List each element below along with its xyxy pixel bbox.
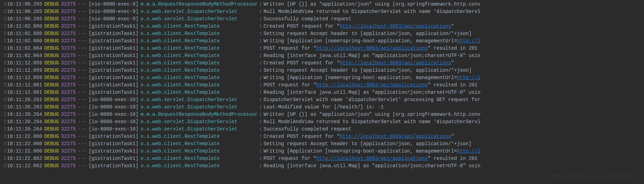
url-link[interactable]: http://l: [457, 75, 480, 80]
process-id: 32275: [61, 162, 78, 170]
separator: ---: [78, 155, 89, 162]
log-message: Successfully completed request: [263, 126, 351, 133]
log-line[interactable]: 3 16:11:00.265DEBUG32275---[nio-8080-exe…: [0, 15, 644, 23]
colon-separator: :: [258, 126, 263, 133]
log-line[interactable]: 3 16:11:12.061DEBUG32275---[gistrationTa…: [0, 89, 644, 96]
log-line[interactable]: 3 16:11:02.060DEBUG32275---[gistrationTa…: [0, 30, 644, 37]
log-line[interactable]: 3 16:11:02.064DEBUG32275---[gistrationTa…: [0, 45, 644, 52]
colon-separator: :: [258, 96, 263, 104]
process-id: 32275: [61, 52, 78, 59]
log-message: Successfully completed request: [263, 15, 351, 23]
gutter-marker: 3: [1, 111, 7, 118]
thread-name: [gistrationTask1]: [89, 89, 141, 96]
colon-separator: :: [258, 133, 263, 140]
url-link[interactable]: http://localhost:8083/api/applications: [316, 45, 428, 51]
separator: ---: [78, 45, 89, 52]
log-level: DEBUG: [44, 133, 61, 140]
log-line[interactable]: 3 16:11:20.262DEBUG32275---[io-8080-exec…: [0, 104, 644, 111]
log-line[interactable]: 3 16:11:02.060DEBUG32275---[gistrationTa…: [0, 23, 644, 30]
log-level: DEBUG: [44, 59, 61, 67]
thread-name: [gistrationTask1]: [89, 52, 141, 59]
log-line[interactable]: 3 16:11:22.062DEBUG32275---[gistrationTa…: [0, 155, 644, 162]
log-line[interactable]: 3 16:11:12.059DEBUG32275---[gistrationTa…: [0, 59, 644, 67]
logger-name: o.s.web.client.RestTemplate: [141, 89, 220, 96]
log-output[interactable]: 3 16:11:00.265DEBUG32275---[nio-8080-exe…: [0, 1, 644, 170]
process-id: 32275: [61, 155, 78, 162]
separator: ---: [78, 30, 89, 37]
log-line[interactable]: 3 16:11:20.264DEBUG32275---[io-8080-exec…: [0, 111, 644, 118]
url-link[interactable]: http://localhost:8083/api/applications: [340, 23, 451, 29]
colon-separator: :: [258, 111, 263, 118]
thread-name: [gistrationTask1]: [89, 82, 141, 89]
colon-separator: :: [258, 1, 263, 8]
padding: [220, 23, 258, 30]
timestamp: 16:11:20.261: [7, 96, 44, 104]
logger-name: o.s.web.client.RestTemplate: [141, 74, 220, 82]
padding: [237, 8, 258, 15]
separator: ---: [78, 162, 89, 170]
url-link[interactable]: http://localhost:8083/api/applications: [316, 82, 428, 88]
log-line[interactable]: 3 16:11:02.060DEBUG32275---[gistrationTa…: [0, 37, 644, 45]
url-link[interactable]: http://localhost:8083/api/applications: [340, 134, 451, 139]
url-link[interactable]: http://l: [457, 38, 480, 44]
log-message: Written [UP {}] as "application/json" us…: [263, 1, 480, 8]
thread-name: [gistrationTask1]: [89, 67, 141, 74]
url-link[interactable]: http://localhost:8083/api/applications: [340, 60, 451, 66]
thread-name: [io-8080-exec-10]: [89, 104, 141, 111]
log-level: DEBUG: [44, 23, 61, 30]
log-line[interactable]: 3 16:11:20.264DEBUG32275---[io-8080-exec…: [0, 126, 644, 133]
padding: [220, 155, 258, 162]
log-line[interactable]: 3 16:11:12.061DEBUG32275---[gistrationTa…: [0, 82, 644, 89]
log-level: DEBUG: [44, 8, 61, 15]
log-line[interactable]: 3 16:11:12.059DEBUG32275---[gistrationTa…: [0, 74, 644, 82]
log-line[interactable]: 3 16:11:22.062DEBUG32275---[gistrationTa…: [0, 162, 644, 170]
padding: [220, 133, 258, 140]
log-line[interactable]: 3 16:11:20.264DEBUG32275---[io-8080-exec…: [0, 118, 644, 126]
thread-name: [gistrationTask1]: [89, 74, 141, 82]
colon-separator: :: [258, 30, 263, 37]
log-message: Null ModelAndView returned to Dispatcher…: [263, 118, 480, 126]
separator: ---: [78, 67, 89, 74]
timestamp: 16:11:22.060: [7, 140, 44, 148]
log-line[interactable]: 3 16:11:00.265DEBUG32275---[nio-8080-exe…: [0, 8, 644, 15]
log-message: DispatcherServlet with name 'dispatcherS…: [263, 96, 480, 104]
gutter-marker: 3: [1, 126, 7, 133]
logger-name: o.s.web.client.RestTemplate: [141, 155, 220, 162]
log-line[interactable]: 3 16:11:12.059DEBUG32275---[gistrationTa…: [0, 67, 644, 74]
log-line[interactable]: 3 16:11:22.060DEBUG32275---[gistrationTa…: [0, 148, 644, 155]
gutter-marker: 3: [1, 59, 7, 67]
logger-name: o.s.web.client.RestTemplate: [141, 140, 220, 148]
colon-separator: :: [258, 82, 263, 89]
process-id: 32275: [61, 1, 78, 8]
colon-separator: :: [258, 89, 263, 96]
url-link[interactable]: http://localhost:8083/api/applications: [316, 156, 428, 161]
timestamp: 16:11:02.064: [7, 45, 44, 52]
log-message: Reading [interface java.util.Map] as "ap…: [263, 52, 480, 59]
separator: ---: [78, 37, 89, 45]
colon-separator: :: [258, 15, 263, 23]
padding: [220, 162, 258, 170]
log-level: DEBUG: [44, 126, 61, 133]
log-line[interactable]: 3 16:11:22.060DEBUG32275---[gistrationTa…: [0, 133, 644, 140]
thread-name: [gistrationTask1]: [89, 148, 141, 155]
log-level: DEBUG: [44, 45, 61, 52]
log-line[interactable]: 3 16:11:22.060DEBUG32275---[gistrationTa…: [0, 140, 644, 148]
gutter-marker: 3: [1, 162, 7, 170]
logger-name: o.s.web.servlet.DispatcherServlet: [141, 96, 237, 104]
log-level: DEBUG: [44, 82, 61, 89]
gutter-marker: 3: [1, 118, 7, 126]
log-line[interactable]: 3 16:11:20.261DEBUG32275---[io-8080-exec…: [0, 96, 644, 104]
padding: [220, 82, 258, 89]
log-line[interactable]: 3 16:11:00.265DEBUG32275---[nio-8080-exe…: [0, 1, 644, 8]
log-line[interactable]: 3 16:11:02.064DEBUG32275---[gistrationTa…: [0, 52, 644, 59]
log-level: DEBUG: [44, 96, 61, 104]
log-level: DEBUG: [44, 30, 61, 37]
log-level: DEBUG: [44, 118, 61, 126]
gutter-marker: 3: [1, 104, 7, 111]
url-link[interactable]: http://l: [457, 148, 480, 154]
separator: ---: [78, 23, 89, 30]
colon-separator: :: [258, 148, 263, 155]
process-id: 32275: [61, 8, 78, 15]
thread-name: [gistrationTask1]: [89, 37, 141, 45]
log-message: POST request for "http://localhost:8083/…: [263, 45, 477, 52]
